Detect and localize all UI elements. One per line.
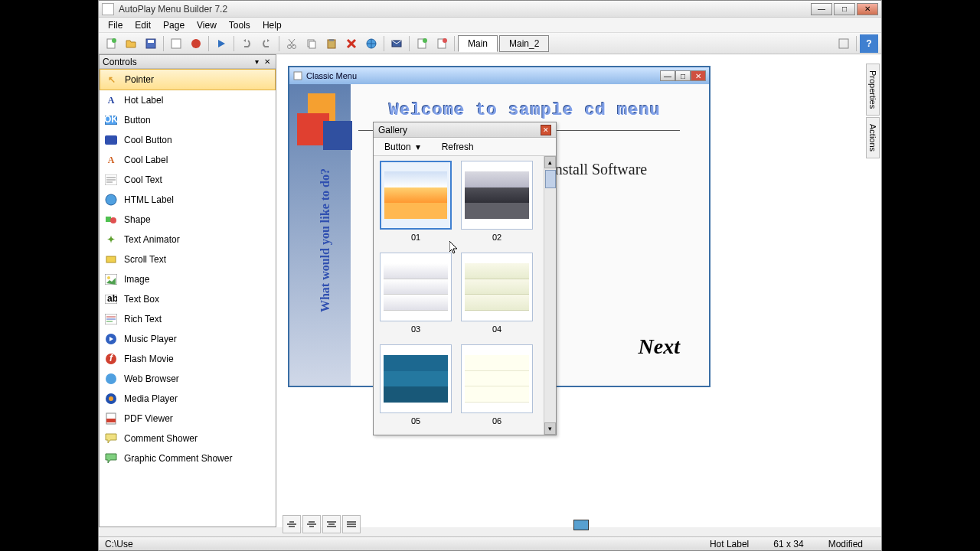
- control-music-player[interactable]: Music Player: [100, 329, 276, 349]
- stop-button[interactable]: [187, 34, 205, 53]
- delete-button[interactable]: [342, 34, 361, 53]
- vertical-question-label[interactable]: What would you like to do?: [318, 168, 332, 312]
- control-list: ↖Pointer AHot Label OKButton Cool Button…: [100, 69, 276, 527]
- gallery-thumb-06[interactable]: [461, 344, 533, 413]
- control-button[interactable]: OKButton: [100, 110, 276, 130]
- tab-properties[interactable]: Properties: [866, 64, 880, 116]
- svg-rect-9: [309, 41, 315, 48]
- undo-button[interactable]: [237, 34, 256, 53]
- welcome-label[interactable]: Welcome to sample cd menu: [389, 101, 661, 120]
- gallery-thumb-01[interactable]: [380, 161, 452, 230]
- svg-rect-27: [106, 217, 111, 222]
- statusbar: C:\Use Hot Label 61 x 34 Modified: [99, 536, 881, 550]
- control-cool-label[interactable]: ACool Label: [100, 150, 276, 170]
- globe-button[interactable]: [362, 34, 381, 53]
- panel-close-icon[interactable]: ✕: [262, 57, 273, 67]
- design-maximize[interactable]: □: [675, 70, 691, 81]
- gallery-close-icon[interactable]: ✕: [541, 125, 551, 135]
- gallery-thumb-04[interactable]: [461, 253, 533, 321]
- svg-point-5: [191, 39, 201, 48]
- control-comment-shower[interactable]: Comment Shower: [100, 429, 276, 448]
- control-pointer[interactable]: ↖Pointer: [100, 69, 276, 90]
- expand-button[interactable]: [835, 34, 853, 53]
- align-right-button[interactable]: [322, 515, 341, 533]
- control-cool-button[interactable]: Cool Button: [100, 130, 276, 150]
- paste-button[interactable]: [322, 34, 341, 53]
- run-button[interactable]: [212, 34, 230, 53]
- control-rich-text[interactable]: Rich Text: [100, 309, 276, 329]
- pin-icon[interactable]: ▾: [251, 57, 262, 67]
- redo-button[interactable]: [257, 34, 276, 53]
- help-button[interactable]: ?: [860, 34, 878, 53]
- control-hot-label[interactable]: AHot Label: [100, 90, 276, 110]
- tab-main2[interactable]: Main_2: [499, 35, 549, 52]
- control-html-label[interactable]: HTML Label: [100, 190, 276, 210]
- control-pdf-viewer[interactable]: PDF Viewer: [100, 409, 276, 429]
- menu-edit[interactable]: Edit: [129, 18, 157, 32]
- next-label[interactable]: Next: [639, 334, 680, 359]
- svg-rect-11: [329, 39, 334, 41]
- control-scroll-text[interactable]: Scroll Text: [100, 249, 276, 269]
- control-shape[interactable]: Shape: [100, 210, 276, 230]
- monitor-icon[interactable]: [573, 520, 589, 530]
- align-left-button[interactable]: [283, 515, 301, 533]
- menu-tools[interactable]: Tools: [223, 18, 256, 32]
- control-text-box[interactable]: abText Box: [100, 289, 276, 309]
- align-justify-button[interactable]: [342, 515, 361, 533]
- tab-actions[interactable]: Actions: [866, 117, 880, 158]
- close-button[interactable]: ✕: [857, 3, 878, 15]
- gallery-thumb-05[interactable]: [380, 344, 452, 413]
- scroll-down-icon[interactable]: ▾: [544, 422, 556, 435]
- control-media-player[interactable]: Media Player: [100, 389, 276, 409]
- save-button[interactable]: [142, 34, 160, 53]
- status-path: C:\Use: [105, 539, 697, 549]
- svg-point-26: [106, 194, 116, 205]
- svg-point-15: [423, 38, 427, 43]
- copy-button[interactable]: [302, 34, 321, 53]
- preview-button[interactable]: [167, 34, 185, 53]
- gallery-thumb-02[interactable]: [461, 161, 533, 230]
- gallery-dropdown[interactable]: Button ▾: [380, 140, 425, 154]
- align-center-button[interactable]: [302, 515, 321, 533]
- gallery-refresh[interactable]: Refresh: [437, 140, 479, 154]
- control-text-animator[interactable]: ✦Text Animator: [100, 230, 276, 249]
- minimize-button[interactable]: —: [811, 3, 832, 15]
- menu-file[interactable]: File: [102, 18, 129, 32]
- cut-button[interactable]: [283, 34, 301, 53]
- design-minimize[interactable]: —: [660, 70, 675, 81]
- app-icon: [102, 3, 114, 15]
- titlebar: AutoPlay Menu Builder 7.2 — □ ✕: [99, 1, 881, 18]
- svg-point-17: [443, 38, 447, 43]
- gallery-scrollbar[interactable]: ▴ ▾: [544, 156, 556, 435]
- app-window: AutoPlay Menu Builder 7.2 — □ ✕ File Edi…: [98, 0, 882, 551]
- svg-point-43: [109, 396, 113, 401]
- menu-page[interactable]: Page: [157, 18, 191, 32]
- svg-point-28: [110, 217, 116, 223]
- control-cool-text[interactable]: Cool Text: [100, 170, 276, 190]
- scroll-thumb[interactable]: [545, 170, 556, 188]
- status-element: Hot Label: [710, 539, 749, 549]
- gallery-header[interactable]: Gallery ✕: [374, 122, 556, 138]
- maximize-button[interactable]: □: [834, 3, 855, 15]
- add-page-button[interactable]: [413, 34, 431, 53]
- gallery-thumb-03[interactable]: [380, 253, 452, 321]
- scroll-up-icon[interactable]: ▴: [544, 156, 556, 168]
- open-button[interactable]: [122, 34, 140, 53]
- remove-page-button[interactable]: [433, 34, 451, 53]
- canvas-area: Classic Menu — □ ✕ Welcome to sample cd …: [276, 54, 881, 527]
- tab-main[interactable]: Main: [458, 35, 498, 52]
- install-label[interactable]: Install Software: [550, 161, 647, 178]
- control-web-browser[interactable]: Web Browser: [100, 369, 276, 389]
- email-button[interactable]: [387, 34, 406, 53]
- design-close[interactable]: ✕: [691, 70, 706, 81]
- svg-rect-29: [106, 256, 116, 262]
- menu-help[interactable]: Help: [256, 18, 288, 32]
- gallery-panel: Gallery ✕ Button ▾ Refresh 01 02 03 04 0…: [373, 122, 557, 435]
- new-button[interactable]: [102, 34, 120, 53]
- control-graphic-comment-shower[interactable]: Graphic Comment Shower: [100, 448, 276, 468]
- menu-view[interactable]: View: [191, 18, 223, 32]
- control-flash-movie[interactable]: fFlash Movie: [100, 349, 276, 369]
- control-image[interactable]: Image: [100, 269, 276, 289]
- design-titlebar: Classic Menu — □ ✕: [289, 67, 709, 84]
- status-size: 61 x 34: [773, 539, 803, 549]
